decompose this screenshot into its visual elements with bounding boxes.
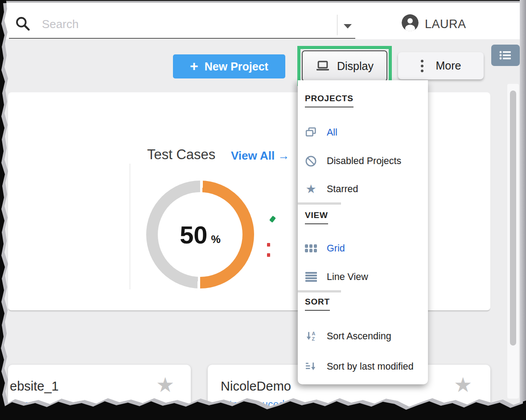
- menu-item-sort-last-modified[interactable]: Sort by last modified: [298, 357, 428, 376]
- project-card[interactable]: ebsite_1 n.com ★: [8, 365, 191, 420]
- star-favorite-icon[interactable]: ★: [454, 375, 472, 395]
- starred-icon: ★: [305, 183, 317, 195]
- more-label: More: [436, 59, 461, 72]
- app-window: LAURA + New Project Display More: [0, 0, 526, 420]
- window-right-edge: [520, 0, 526, 420]
- project-name: ebsite_1: [10, 379, 59, 394]
- menu-section-projects: PROJECTS: [305, 94, 353, 107]
- scrollbar-thumb[interactable]: [510, 91, 516, 346]
- donut-ring: 50 %: [146, 181, 254, 288]
- svg-text:Z: Z: [312, 336, 315, 342]
- bulleted-list-icon: [498, 49, 513, 62]
- menu-item-sort-ascending[interactable]: A Z Sort Ascending: [298, 326, 428, 346]
- list-view-toggle-button[interactable]: [491, 45, 520, 66]
- menu-item-grid[interactable]: Grid: [298, 239, 428, 258]
- search-icon[interactable]: [14, 15, 31, 32]
- all-projects-icon: [305, 127, 317, 139]
- username-label: LAURA: [425, 17, 466, 31]
- menu-item-label: Starred: [327, 184, 358, 195]
- view-all-link[interactable]: View All →: [231, 149, 290, 163]
- search-dropdown-caret-icon[interactable]: [344, 24, 352, 29]
- menu-item-all[interactable]: All: [298, 123, 428, 142]
- donut-percent-value: 50: [180, 220, 207, 249]
- menu-section-view: VIEW: [305, 210, 328, 224]
- display-dropdown-menu: PROJECTS All Disabled Project: [298, 80, 428, 384]
- menu-item-starred[interactable]: ★ Starred: [298, 179, 428, 199]
- search-underline: [9, 38, 355, 39]
- menu-item-label: All: [327, 127, 337, 138]
- line-view-icon: [305, 271, 317, 283]
- new-project-label: New Project: [205, 60, 268, 73]
- new-project-button[interactable]: + New Project: [173, 54, 285, 78]
- passed-check-icon: [269, 216, 276, 223]
- donut-percent-unit: %: [211, 233, 220, 246]
- menu-item-disabled-projects[interactable]: Disabled Projects: [298, 151, 428, 171]
- user-avatar[interactable]: [402, 14, 419, 31]
- project-url-link[interactable]: https://saucedemo.com: [221, 399, 327, 411]
- menu-item-label: Grid: [327, 243, 345, 254]
- display-label: Display: [337, 60, 374, 73]
- star-favorite-icon[interactable]: ★: [156, 375, 174, 395]
- menu-item-label: Line View: [327, 272, 368, 283]
- laptop-icon: [316, 60, 330, 72]
- more-button[interactable]: More: [398, 52, 484, 79]
- menu-item-line-view[interactable]: Line View: [298, 267, 428, 287]
- menu-item-label: Disabled Projects: [327, 156, 401, 167]
- donut-center: 50 %: [158, 192, 242, 277]
- search-divider: [337, 15, 337, 35]
- menu-item-label: Sort Ascending: [327, 331, 391, 342]
- top-bar: LAURA: [0, 3, 526, 39]
- search-input[interactable]: [41, 15, 291, 33]
- screenshot-stage: LAURA + New Project Display More: [0, 0, 526, 420]
- menu-item-label: Sort by last modified: [327, 361, 414, 372]
- kebab-menu-icon: [421, 60, 423, 72]
- sort-ascending-icon: A Z: [305, 330, 317, 342]
- menu-divider: [298, 290, 341, 292]
- plus-icon: +: [190, 59, 198, 73]
- failed-mark-icon: [267, 253, 270, 257]
- display-button[interactable]: Display: [302, 50, 387, 82]
- disabled-projects-icon: [305, 155, 317, 167]
- svg-text:A: A: [312, 331, 316, 336]
- menu-divider: [298, 202, 341, 205]
- column-divider: [130, 164, 130, 289]
- project-name: NicoleDemo: [221, 379, 291, 394]
- test-cases-title: Test Cases: [147, 147, 215, 163]
- failed-mark-icon: [267, 243, 270, 247]
- sort-last-modified-icon: [305, 361, 317, 373]
- grid-view-icon: [305, 243, 317, 255]
- menu-section-sort: SORT: [305, 297, 330, 311]
